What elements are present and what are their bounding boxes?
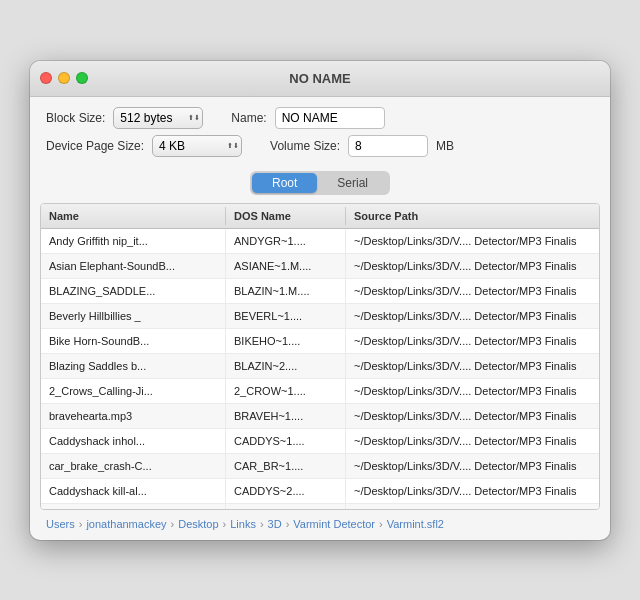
cell-name: Beverly Hillbillies _	[41, 304, 226, 328]
cell-name: 2_Crows_Calling-Ji...	[41, 379, 226, 403]
cell-dos: ANDYGR~1....	[226, 229, 346, 253]
volume-size-field[interactable]	[348, 135, 428, 157]
col-header-path: Source Path	[346, 207, 599, 225]
cell-dos: 2_CROW~1....	[226, 379, 346, 403]
breadcrumb-item[interactable]: jonathanmackey	[86, 518, 166, 530]
table-header: Name DOS Name Source Path	[41, 204, 599, 229]
breadcrumb-separator: ›	[286, 518, 290, 530]
close-button[interactable]	[40, 72, 52, 84]
breadcrumb: Users›jonathanmackey›Desktop›Links›3D›Va…	[30, 510, 610, 540]
table-row[interactable]: BLAZING_SADDLE...BLAZIN~1.M....~/Desktop…	[41, 279, 599, 304]
tabs-container: Root Serial	[30, 167, 610, 203]
table-row[interactable]: bravehearta.mp3BRAVEH~1....~/Desktop/Lin…	[41, 404, 599, 429]
block-size-select[interactable]: 512 bytes	[113, 107, 203, 129]
cell-dos: CADDYS~1....	[226, 429, 346, 453]
cell-path: ~/Desktop/Links/3D/V.... Detector/MP3 Fi…	[346, 229, 599, 253]
traffic-lights	[40, 72, 88, 84]
device-page-size-select[interactable]: 4 KB	[152, 135, 242, 157]
volume-size-label: Volume Size:	[270, 139, 340, 153]
cell-path: ~/Desktop/Links/3D/V.... Detector/MP3 Fi…	[346, 279, 599, 303]
breadcrumb-separator: ›	[379, 518, 383, 530]
col-header-dos: DOS Name	[226, 207, 346, 225]
table-body: Andy Griffith nip_it...ANDYGR~1....~/Des…	[41, 229, 599, 509]
name-field[interactable]	[275, 107, 385, 129]
breadcrumb-separator: ›	[260, 518, 264, 530]
cell-name: Caddyshack inhol...	[41, 429, 226, 453]
table-row[interactable]: Cat Meow-Sound...CATMEO~1....~/Desktop/L…	[41, 504, 599, 509]
cell-dos: BIKEHO~1....	[226, 329, 346, 353]
cell-dos: CATMEO~1....	[226, 504, 346, 509]
cell-path: ~/Desktop/Links/3D/V.... Detector/MP3 Fi…	[346, 479, 599, 503]
device-page-size-label: Device Page Size:	[46, 139, 144, 153]
breadcrumb-separator: ›	[171, 518, 175, 530]
breadcrumb-item[interactable]: Users	[46, 518, 75, 530]
cell-path: ~/Desktop/Links/3D/V.... Detector/MP3 Fi…	[346, 429, 599, 453]
title-bar: NO NAME	[30, 61, 610, 97]
breadcrumb-item[interactable]: Desktop	[178, 518, 218, 530]
cell-name: Andy Griffith nip_it...	[41, 229, 226, 253]
breadcrumb-item[interactable]: 3D	[268, 518, 282, 530]
cell-path: ~/Desktop/Links/3D/V.... Detector/MP3 Fi…	[346, 379, 599, 403]
file-table: Name DOS Name Source Path Andy Griffith …	[40, 203, 600, 510]
table-row[interactable]: car_brake_crash-C...CAR_BR~1....~/Deskto…	[41, 454, 599, 479]
minimize-button[interactable]	[58, 72, 70, 84]
table-row[interactable]: Bike Horn-SoundB...BIKEHO~1....~/Desktop…	[41, 329, 599, 354]
window-title: NO NAME	[289, 71, 350, 86]
table-row[interactable]: Blazing Saddles b...BLAZIN~2....~/Deskto…	[41, 354, 599, 379]
breadcrumb-item[interactable]: Links	[230, 518, 256, 530]
block-size-label: Block Size:	[46, 111, 105, 125]
cell-path: ~/Desktop/Links/3D/V.... Detector/MP3 Fi…	[346, 504, 599, 509]
cell-name: Blazing Saddles b...	[41, 354, 226, 378]
cell-path: ~/Desktop/Links/3D/V.... Detector/MP3 Fi…	[346, 354, 599, 378]
volume-size-unit: MB	[436, 139, 454, 153]
breadcrumb-separator: ›	[79, 518, 83, 530]
tab-root[interactable]: Root	[252, 173, 317, 193]
table-row[interactable]: Andy Griffith nip_it...ANDYGR~1....~/Des…	[41, 229, 599, 254]
cell-dos: BLAZIN~1.M....	[226, 279, 346, 303]
col-header-name: Name	[41, 207, 226, 225]
cell-name: Asian Elephant-SoundB...	[41, 254, 226, 278]
cell-path: ~/Desktop/Links/3D/V.... Detector/MP3 Fi…	[346, 454, 599, 478]
cell-name: car_brake_crash-C...	[41, 454, 226, 478]
cell-dos: BLAZIN~2....	[226, 354, 346, 378]
cell-name: Caddyshack kill-al...	[41, 479, 226, 503]
breadcrumb-item[interactable]: Varmint.sfl2	[387, 518, 444, 530]
cell-name: BLAZING_SADDLE...	[41, 279, 226, 303]
block-size-select-wrapper: 512 bytes	[113, 107, 203, 129]
breadcrumb-item[interactable]: Varmint Detector	[293, 518, 375, 530]
table-row[interactable]: Caddyshack inhol...CADDYS~1....~/Desktop…	[41, 429, 599, 454]
tabs: Root Serial	[250, 171, 390, 195]
table-row[interactable]: Beverly Hillbillies _BEVERL~1....~/Deskt…	[41, 304, 599, 329]
cell-name: Cat Meow-Sound...	[41, 504, 226, 509]
device-page-size-select-wrapper: 4 KB	[152, 135, 242, 157]
cell-dos: BEVERL~1....	[226, 304, 346, 328]
cell-path: ~/Desktop/Links/3D/V.... Detector/MP3 Fi…	[346, 404, 599, 428]
cell-path: ~/Desktop/Links/3D/V.... Detector/MP3 Fi…	[346, 254, 599, 278]
table-row[interactable]: Asian Elephant-SoundB...ASIANE~1.M....~/…	[41, 254, 599, 279]
cell-dos: ASIANE~1.M....	[226, 254, 346, 278]
table-row[interactable]: 2_Crows_Calling-Ji...2_CROW~1....~/Deskt…	[41, 379, 599, 404]
name-label: Name:	[231, 111, 266, 125]
cell-dos: CADDYS~2....	[226, 479, 346, 503]
cell-name: bravehearta.mp3	[41, 404, 226, 428]
cell-name: Bike Horn-SoundB...	[41, 329, 226, 353]
toolbar: Block Size: 512 bytes Name: Device Page …	[30, 97, 610, 167]
cell-dos: CAR_BR~1....	[226, 454, 346, 478]
cell-dos: BRAVEH~1....	[226, 404, 346, 428]
main-window: NO NAME Block Size: 512 bytes Name: Devi…	[30, 61, 610, 540]
maximize-button[interactable]	[76, 72, 88, 84]
cell-path: ~/Desktop/Links/3D/V.... Detector/MP3 Fi…	[346, 329, 599, 353]
tab-serial[interactable]: Serial	[317, 173, 388, 193]
breadcrumb-separator: ›	[223, 518, 227, 530]
cell-path: ~/Desktop/Links/3D/V.... Detector/MP3 Fi…	[346, 304, 599, 328]
table-row[interactable]: Caddyshack kill-al...CADDYS~2....~/Deskt…	[41, 479, 599, 504]
